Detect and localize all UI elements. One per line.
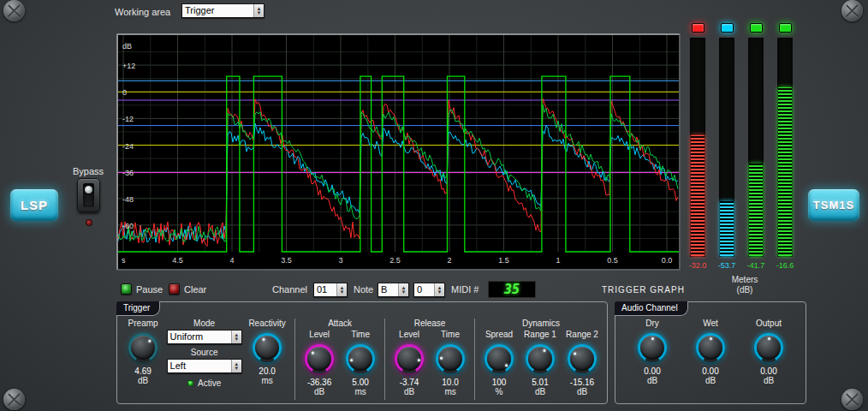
working-area-value: Trigger — [182, 4, 253, 17]
screw-bottom-left-icon — [3, 389, 25, 410]
dry-unit: dB — [647, 376, 657, 385]
dry-label: Dry — [645, 319, 659, 330]
mode-value: Uniform — [168, 331, 231, 343]
separator — [474, 319, 475, 400]
release-level-label: Level — [399, 330, 419, 341]
combo-arrows-icon: ▲▼ — [231, 331, 241, 343]
attack-level-control: Level -36.36 dB — [299, 330, 340, 396]
knob-indicator — [311, 351, 314, 354]
working-area-label: Working area — [115, 7, 170, 17]
reactivity-knob[interactable] — [253, 333, 282, 362]
working-area-select[interactable]: Trigger ▲▼ — [181, 3, 265, 18]
output-knob[interactable] — [754, 333, 783, 362]
pause-button[interactable] — [121, 283, 132, 295]
knob-cap — [307, 347, 331, 371]
octave-value: 0 — [414, 283, 434, 296]
output-label: Output — [756, 319, 782, 330]
wet-control: Wet 0.00 dB — [686, 319, 735, 385]
meter-2-led-button[interactable] — [721, 23, 734, 33]
spread-unit: % — [496, 387, 503, 396]
attack-title: Attack — [328, 319, 352, 330]
active-label: Active — [198, 378, 221, 388]
range2-knob[interactable] — [568, 344, 597, 373]
preamp-unit: dB — [138, 376, 148, 385]
y-axis-tick: -48 — [122, 195, 134, 204]
x-axis-tick: 0.0 — [657, 256, 676, 265]
output-unit: dB — [764, 376, 774, 385]
midi-number-label: MIDI # — [451, 284, 479, 295]
release-time-value: 10.0 — [442, 378, 458, 387]
x-axis-tick: 2.5 — [386, 256, 405, 265]
release-group: Release Level -3.74 dB Time — [389, 319, 471, 396]
y-axis-tick: -60 — [122, 222, 134, 230]
dry-value: 0.00 — [644, 366, 660, 376]
attack-level-label: Level — [309, 330, 330, 341]
channel-value: 01 — [314, 283, 336, 296]
preamp-knob[interactable] — [128, 333, 158, 362]
spread-knob[interactable] — [485, 344, 514, 373]
meter-3: -41.7 — [746, 23, 765, 270]
screw-top-right-icon — [841, 0, 863, 21]
active-led — [187, 380, 193, 386]
model-badge: TSM1S — [808, 189, 859, 221]
dynamics-group: Dynamics Spread 100 % Range 1 — [479, 319, 603, 396]
knob-indicator — [417, 359, 419, 361]
knob-cap — [528, 347, 552, 371]
note-select[interactable]: B ▲▼ — [378, 283, 409, 297]
meter-4-led-button[interactable] — [779, 23, 792, 33]
knob-indicator — [147, 339, 151, 342]
attack-level-value: -36.36 — [307, 378, 331, 387]
meters-caption-line2: (dB) — [685, 285, 805, 295]
meter-3-value: -41.7 — [747, 261, 765, 270]
attack-group: Attack Level -36.36 dB Time — [299, 319, 381, 396]
mode-select[interactable]: Uniform ▲▼ — [167, 330, 242, 344]
bypass-switch-nub — [85, 186, 92, 194]
bypass-label: Bypass — [73, 166, 104, 176]
meter-3-bar — [747, 37, 764, 258]
attack-time-knob[interactable] — [346, 344, 375, 373]
knob-indicator — [768, 337, 770, 340]
preamp-value: 4.69 — [134, 366, 151, 376]
midi-number-display: 35 — [488, 281, 536, 298]
meter-4-bar — [776, 37, 794, 258]
range1-label: Range 1 — [524, 330, 556, 341]
clear-button[interactable] — [169, 283, 180, 295]
y-axis-tick: +12 — [122, 62, 135, 70]
range2-label: Range 2 — [566, 330, 598, 341]
attack-time-value: 5.00 — [352, 378, 368, 387]
knob-cap — [255, 336, 279, 360]
range1-knob[interactable] — [526, 344, 555, 373]
attack-level-knob[interactable] — [305, 344, 334, 373]
screw-top-left-icon — [3, 0, 25, 21]
reactivity-value: 20.0 — [259, 366, 275, 376]
meter-1-led-button[interactable] — [692, 23, 705, 33]
dry-knob[interactable] — [638, 333, 667, 362]
knob-indicator — [573, 351, 576, 354]
bypass-switch[interactable] — [77, 178, 100, 212]
preamp-control: Preamp 4.69 dB — [121, 319, 165, 385]
meter-3-led-button[interactable] — [750, 23, 763, 33]
release-title: Release — [414, 319, 446, 330]
trigger-graph-plot — [118, 35, 679, 269]
wet-knob[interactable] — [696, 333, 725, 362]
y-axis-unit: dB — [122, 42, 132, 51]
meters: -32.0-53.7-41.7-16.6 — [688, 23, 794, 270]
x-axis-tick: 4.5 — [169, 256, 187, 265]
plugin-window: Working area Trigger ▲▼ LSP Bypass dB+12… — [0, 0, 868, 411]
attack-level-unit: dB — [314, 387, 324, 396]
attack-time-label: Time — [351, 330, 370, 341]
release-time-knob[interactable] — [436, 344, 465, 373]
combo-arrows-icon: ▲▼ — [434, 283, 444, 296]
source-select[interactable]: Left ▲▼ — [167, 359, 242, 373]
channel-select[interactable]: 01 ▲▼ — [313, 283, 348, 297]
release-level-knob[interactable] — [395, 344, 424, 373]
meter-4: -16.6 — [776, 23, 794, 270]
lsp-logo: LSP — [10, 189, 58, 221]
octave-select[interactable]: 0 ▲▼ — [413, 283, 445, 297]
knob-indicator — [504, 363, 508, 366]
separator — [384, 319, 385, 400]
knob-cap — [487, 347, 511, 371]
knob-indicator — [651, 337, 654, 340]
audio-channel-panel: Audio Channel Dry 0.00 dB Wet 0.00 dB Ou… — [615, 301, 806, 404]
trigger-graph-caption: TRIGGER GRAPH — [602, 285, 685, 295]
